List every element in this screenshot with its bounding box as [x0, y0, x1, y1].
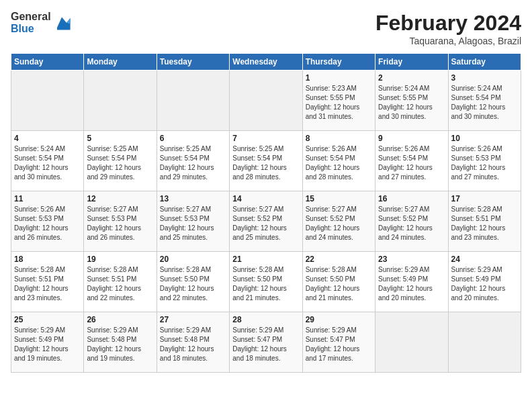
col-header-monday: Monday	[84, 54, 157, 71]
day-cell: 9Sunrise: 5:26 AMSunset: 5:54 PMDaylight…	[375, 131, 448, 191]
day-cell: 19Sunrise: 5:28 AMSunset: 5:51 PMDayligh…	[84, 252, 157, 312]
day-cell: 3Sunrise: 5:24 AMSunset: 5:54 PMDaylight…	[448, 71, 521, 131]
day-number: 19	[87, 255, 153, 264]
day-number: 16	[378, 194, 445, 203]
day-info: Sunrise: 5:25 AMSunset: 5:54 PMDaylight:…	[232, 144, 299, 182]
col-header-thursday: Thursday	[302, 54, 375, 71]
week-row-1: 1Sunrise: 5:23 AMSunset: 5:55 PMDaylight…	[11, 71, 521, 131]
day-number: 6	[160, 134, 226, 143]
day-info: Sunrise: 5:28 AMSunset: 5:51 PMDaylight:…	[451, 205, 518, 242]
day-number: 29	[306, 315, 372, 324]
day-info: Sunrise: 5:27 AMSunset: 5:53 PMDaylight:…	[160, 205, 226, 242]
day-info: Sunrise: 5:29 AMSunset: 5:49 PMDaylight:…	[378, 265, 445, 303]
day-number: 8	[306, 134, 372, 143]
day-number: 3	[451, 73, 518, 83]
day-info: Sunrise: 5:28 AMSunset: 5:50 PMDaylight:…	[160, 265, 226, 303]
day-info: Sunrise: 5:26 AMSunset: 5:53 PMDaylight:…	[451, 144, 518, 182]
day-info: Sunrise: 5:26 AMSunset: 5:53 PMDaylight:…	[14, 205, 81, 242]
day-cell: 11Sunrise: 5:26 AMSunset: 5:53 PMDayligh…	[11, 191, 84, 252]
logo-icon	[52, 13, 71, 32]
day-cell: 1Sunrise: 5:23 AMSunset: 5:55 PMDaylight…	[302, 71, 375, 131]
day-cell: 24Sunrise: 5:29 AMSunset: 5:49 PMDayligh…	[448, 252, 521, 312]
day-info: Sunrise: 5:25 AMSunset: 5:54 PMDaylight:…	[160, 144, 226, 182]
day-info: Sunrise: 5:25 AMSunset: 5:54 PMDaylight:…	[87, 144, 153, 182]
header-row: SundayMondayTuesdayWednesdayThursdayFrid…	[11, 54, 521, 71]
calendar-table: SundayMondayTuesdayWednesdayThursdayFrid…	[11, 53, 521, 373]
day-number: 9	[378, 134, 445, 143]
day-cell: 7Sunrise: 5:25 AMSunset: 5:54 PMDaylight…	[230, 131, 302, 191]
day-cell	[448, 312, 521, 373]
day-cell: 4Sunrise: 5:24 AMSunset: 5:54 PMDaylight…	[11, 131, 84, 191]
day-info: Sunrise: 5:24 AMSunset: 5:54 PMDaylight:…	[14, 144, 81, 182]
week-row-2: 4Sunrise: 5:24 AMSunset: 5:54 PMDaylight…	[11, 131, 521, 191]
day-info: Sunrise: 5:28 AMSunset: 5:51 PMDaylight:…	[14, 265, 81, 303]
week-row-5: 25Sunrise: 5:29 AMSunset: 5:49 PMDayligh…	[11, 312, 521, 373]
day-cell	[230, 71, 302, 131]
week-row-3: 11Sunrise: 5:26 AMSunset: 5:53 PMDayligh…	[11, 191, 521, 252]
day-cell: 5Sunrise: 5:25 AMSunset: 5:54 PMDaylight…	[84, 131, 157, 191]
day-info: Sunrise: 5:29 AMSunset: 5:48 PMDaylight:…	[87, 326, 153, 363]
day-number: 10	[451, 134, 518, 143]
day-cell: 6Sunrise: 5:25 AMSunset: 5:54 PMDaylight…	[157, 131, 229, 191]
day-number: 4	[14, 134, 81, 143]
day-cell: 28Sunrise: 5:29 AMSunset: 5:47 PMDayligh…	[230, 312, 302, 373]
day-number: 5	[87, 134, 153, 143]
day-cell	[84, 71, 157, 131]
day-number: 25	[14, 315, 81, 324]
day-cell: 16Sunrise: 5:27 AMSunset: 5:52 PMDayligh…	[375, 191, 448, 252]
col-header-wednesday: Wednesday	[230, 54, 302, 71]
logo-general: General	[11, 11, 51, 23]
day-number: 21	[232, 255, 299, 264]
day-number: 2	[378, 73, 445, 83]
day-cell: 21Sunrise: 5:28 AMSunset: 5:50 PMDayligh…	[230, 252, 302, 312]
day-cell: 2Sunrise: 5:24 AMSunset: 5:55 PMDaylight…	[375, 71, 448, 131]
day-number: 13	[160, 194, 226, 203]
day-info: Sunrise: 5:26 AMSunset: 5:54 PMDaylight:…	[306, 144, 372, 182]
day-info: Sunrise: 5:28 AMSunset: 5:50 PMDaylight:…	[232, 265, 299, 303]
day-info: Sunrise: 5:29 AMSunset: 5:49 PMDaylight:…	[14, 326, 81, 363]
day-info: Sunrise: 5:26 AMSunset: 5:54 PMDaylight:…	[378, 144, 445, 182]
col-header-saturday: Saturday	[448, 54, 521, 71]
day-info: Sunrise: 5:24 AMSunset: 5:54 PMDaylight:…	[451, 84, 518, 122]
day-cell	[11, 71, 84, 131]
day-number: 22	[306, 255, 372, 264]
col-header-tuesday: Tuesday	[157, 54, 229, 71]
day-number: 15	[306, 194, 372, 203]
month-title: February 2024	[375, 11, 521, 36]
week-row-4: 18Sunrise: 5:28 AMSunset: 5:51 PMDayligh…	[11, 252, 521, 312]
day-cell	[375, 312, 448, 373]
day-number: 1	[306, 73, 372, 83]
day-cell: 27Sunrise: 5:29 AMSunset: 5:48 PMDayligh…	[157, 312, 229, 373]
col-header-friday: Friday	[375, 54, 448, 71]
day-info: Sunrise: 5:27 AMSunset: 5:52 PMDaylight:…	[232, 205, 299, 242]
day-number: 23	[378, 255, 445, 264]
day-cell: 22Sunrise: 5:28 AMSunset: 5:50 PMDayligh…	[302, 252, 375, 312]
day-info: Sunrise: 5:27 AMSunset: 5:52 PMDaylight:…	[306, 205, 372, 242]
day-cell: 18Sunrise: 5:28 AMSunset: 5:51 PMDayligh…	[11, 252, 84, 312]
day-cell: 10Sunrise: 5:26 AMSunset: 5:53 PMDayligh…	[448, 131, 521, 191]
day-cell: 15Sunrise: 5:27 AMSunset: 5:52 PMDayligh…	[302, 191, 375, 252]
day-info: Sunrise: 5:23 AMSunset: 5:55 PMDaylight:…	[306, 84, 372, 122]
day-cell: 23Sunrise: 5:29 AMSunset: 5:49 PMDayligh…	[375, 252, 448, 312]
day-cell: 17Sunrise: 5:28 AMSunset: 5:51 PMDayligh…	[448, 191, 521, 252]
day-cell: 13Sunrise: 5:27 AMSunset: 5:53 PMDayligh…	[157, 191, 229, 252]
day-info: Sunrise: 5:28 AMSunset: 5:50 PMDaylight:…	[306, 265, 372, 303]
day-number: 7	[232, 134, 299, 143]
col-header-sunday: Sunday	[11, 54, 84, 71]
day-number: 18	[14, 255, 81, 264]
day-number: 24	[451, 255, 518, 264]
logo: General Blue	[11, 11, 71, 34]
day-number: 12	[87, 194, 153, 203]
svg-marker-0	[57, 17, 71, 30]
day-info: Sunrise: 5:27 AMSunset: 5:53 PMDaylight:…	[87, 205, 153, 242]
logo-blue: Blue	[11, 23, 51, 35]
location: Taquarana, Alagoas, Brazil	[375, 36, 521, 46]
day-cell	[157, 71, 229, 131]
title-block: February 2024 Taquarana, Alagoas, Brazil	[375, 11, 521, 46]
day-number: 28	[232, 315, 299, 324]
svg-marker-1	[66, 18, 71, 24]
day-number: 27	[160, 315, 226, 324]
day-info: Sunrise: 5:29 AMSunset: 5:47 PMDaylight:…	[232, 326, 299, 363]
day-cell: 25Sunrise: 5:29 AMSunset: 5:49 PMDayligh…	[11, 312, 84, 373]
day-cell: 20Sunrise: 5:28 AMSunset: 5:50 PMDayligh…	[157, 252, 229, 312]
